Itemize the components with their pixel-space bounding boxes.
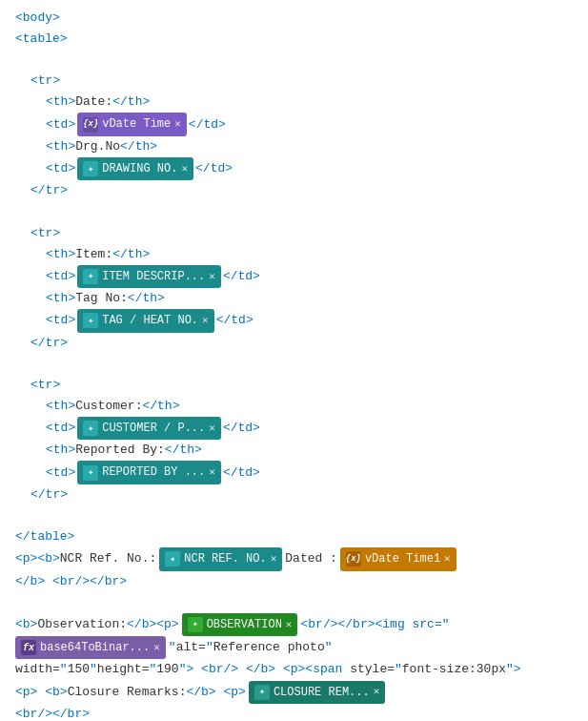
td-close-drawing: </td> bbox=[195, 158, 233, 179]
td-open-reported: <td> bbox=[46, 463, 75, 484]
td-close-tagheat: </td> bbox=[216, 310, 253, 331]
line-tr1-open: <tr> bbox=[15, 71, 573, 92]
line-table-open: <table> bbox=[15, 29, 573, 50]
line-th-item: <th>Item:</th> bbox=[15, 244, 573, 265]
drawing-icon: ✦ bbox=[83, 161, 98, 176]
customer-close[interactable]: ✕ bbox=[209, 420, 215, 438]
base64-label: base64ToBinar... bbox=[40, 638, 150, 657]
line-td-drawing: <td> ✦ DRAWING NO. ✕ </td> bbox=[15, 157, 573, 180]
tr3-tag: <tr> bbox=[30, 375, 60, 396]
vdate1-label: vDate Time1 bbox=[365, 549, 440, 568]
obs-text2: <br/></br><img src=" bbox=[300, 614, 449, 635]
reported-close[interactable]: ✕ bbox=[209, 464, 215, 482]
item-close[interactable]: ✕ bbox=[209, 268, 215, 286]
closure-close[interactable]: ✕ bbox=[374, 683, 380, 701]
br-close-text: </b> <br/></br> bbox=[15, 571, 127, 592]
tr1-close-tag: </tr> bbox=[30, 180, 68, 201]
th-tag-tag: <th>Tag No:</th> bbox=[46, 288, 165, 309]
blank-5 bbox=[15, 592, 573, 613]
closure-icon: ✦ bbox=[254, 685, 270, 700]
item-desc-label: ITEM DESCRIP... bbox=[102, 267, 205, 286]
reported-icon: ✦ bbox=[83, 465, 98, 481]
observation-label: OBSERVATION bbox=[207, 615, 282, 634]
fx-text-after: "alt="Reference photo" bbox=[169, 637, 333, 658]
ncr-icon: ✦ bbox=[165, 551, 180, 566]
line-th-customer: <th>Customer:</th> bbox=[15, 396, 573, 417]
vdate1-close[interactable]: ✕ bbox=[444, 550, 451, 568]
tagheat-label: TAG / HEAT NO. bbox=[102, 311, 198, 330]
customer-icon: ✦ bbox=[83, 421, 98, 436]
td-open-customer: <td> bbox=[46, 418, 75, 439]
ncr-ref-label: NCR REF. NO. bbox=[184, 549, 266, 568]
item-icon: ✦ bbox=[83, 269, 98, 284]
line-ncr-ref: <p><b>NCR Ref. No.: ✦ NCR REF. NO. ✕ Dat… bbox=[15, 547, 573, 570]
line-body-open: <body> bbox=[15, 8, 573, 29]
td-open-tagheat: <td> bbox=[46, 310, 75, 331]
th-item-tag: <th>Item:</th> bbox=[46, 244, 150, 265]
vdate-label: vDate Time bbox=[102, 114, 171, 134]
blank-3 bbox=[15, 354, 573, 375]
item-desc-pill[interactable]: ✦ ITEM DESCRIP... ✕ bbox=[77, 265, 221, 288]
line-tr1-close: </tr> bbox=[15, 180, 573, 201]
width-text: width="150"height="190"> <br/> </b> <p><… bbox=[15, 659, 521, 680]
line-closure: <p> <b>Closure Remarks:</b> <p> ✦ CLOSUR… bbox=[15, 681, 573, 704]
tag-heat-pill[interactable]: ✦ TAG / HEAT NO. ✕ bbox=[77, 309, 213, 332]
reported-by-pill[interactable]: ✦ REPORTED BY ... ✕ bbox=[77, 461, 221, 484]
observation-pill[interactable]: ✦ OBSERVATION ✕ bbox=[182, 613, 298, 636]
line-observation: <b>Observation:</b><p> ✦ OBSERVATION ✕ <… bbox=[15, 613, 573, 636]
customer-pill[interactable]: ✦ CUSTOMER / P... ✕ bbox=[77, 417, 221, 440]
td-open-item: <td> bbox=[46, 266, 75, 287]
line-br-last: <br/></br> bbox=[15, 704, 573, 721]
ncr-text1: <p><b>NCR Ref. No.: bbox=[15, 548, 156, 569]
blank-1 bbox=[15, 50, 573, 71]
line-width: width="150"height="190"> <br/> </b> <p><… bbox=[15, 659, 573, 680]
td-close-vdate: </td> bbox=[189, 114, 226, 135]
tagheat-icon: ✦ bbox=[83, 313, 98, 328]
th-date-tag: <th>Date:</th> bbox=[46, 92, 150, 113]
td-close-reported: </td> bbox=[223, 463, 260, 484]
td-close-item: </td> bbox=[223, 266, 260, 287]
td-close-customer: </td> bbox=[223, 418, 260, 439]
vdate-time-pill[interactable]: {x} vDate Time ✕ bbox=[77, 113, 187, 135]
tr2-close-tag: </tr> bbox=[30, 333, 68, 354]
th-drg-tag: <th>Drg.No</th> bbox=[46, 136, 157, 157]
line-br-close: </b> <br/></br> bbox=[15, 571, 573, 592]
table-close-tag: </table> bbox=[15, 526, 74, 547]
tr2-tag: <tr> bbox=[30, 223, 60, 244]
observation-close[interactable]: ✕ bbox=[286, 616, 293, 634]
ncr-dated-text: Dated : bbox=[285, 548, 337, 569]
drawing-no-pill[interactable]: ✦ DRAWING NO. ✕ bbox=[77, 157, 193, 180]
line-th-drg: <th>Drg.No</th> bbox=[15, 136, 573, 157]
base64-pill[interactable]: fx base64ToBinar... ✕ bbox=[15, 636, 166, 659]
closure-label: CLOSURE REM... bbox=[274, 683, 370, 702]
base64-close[interactable]: ✕ bbox=[153, 639, 160, 657]
line-th-tag: <th>Tag No:</th> bbox=[15, 288, 573, 309]
drawing-close[interactable]: ✕ bbox=[181, 160, 188, 178]
closure-text1: <p> <b>Closure Remarks:</b> <p> bbox=[15, 682, 246, 703]
th-reported-tag: <th>Reported By:</th> bbox=[46, 440, 202, 461]
blank-4 bbox=[15, 505, 573, 526]
customer-label: CUSTOMER / P... bbox=[102, 419, 205, 438]
line-table-close: </table> bbox=[15, 526, 573, 547]
tagheat-close[interactable]: ✕ bbox=[202, 312, 209, 330]
line-tr3-open: <tr> bbox=[15, 375, 573, 396]
vdate-close[interactable]: ✕ bbox=[174, 115, 181, 134]
th-customer-tag: <th>Customer:</th> bbox=[46, 396, 179, 417]
line-th-date: <th>Date:</th> bbox=[15, 92, 573, 113]
line-tr2-open: <tr> bbox=[15, 223, 573, 244]
line-td-vdate: <td> {x} vDate Time ✕ </td> bbox=[15, 113, 573, 135]
line-td-tagheat: <td> ✦ TAG / HEAT NO. ✕ </td> bbox=[15, 309, 573, 332]
td-open-drawing: <td> bbox=[46, 158, 75, 179]
ncr-ref-close[interactable]: ✕ bbox=[271, 550, 277, 568]
line-td-item: <td> ✦ ITEM DESCRIP... ✕ </td> bbox=[15, 265, 573, 288]
ncr-ref-pill[interactable]: ✦ NCR REF. NO. ✕ bbox=[159, 547, 282, 570]
body-tag: <body> bbox=[15, 8, 60, 29]
line-td-reported: <td> ✦ REPORTED BY ... ✕ </td> bbox=[15, 461, 573, 484]
fx-icon: fx bbox=[21, 640, 36, 655]
tr1-tag: <tr> bbox=[30, 71, 60, 92]
line-tr3-close: </tr> bbox=[15, 484, 573, 505]
td-open-vdate: <td> bbox=[46, 114, 75, 135]
closure-remarks-pill[interactable]: ✦ CLOSURE REM... ✕ bbox=[249, 681, 385, 704]
obs-text1: <b>Observation:</b><p> bbox=[15, 614, 179, 635]
vdate-time1-pill[interactable]: {x} vDate Time1 ✕ bbox=[340, 547, 456, 570]
